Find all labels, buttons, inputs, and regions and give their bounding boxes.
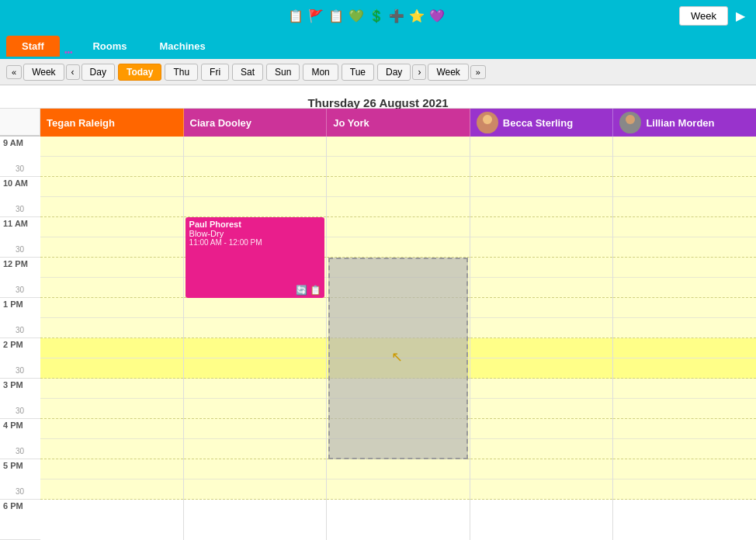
slot-col-lillian-10[interactable] [613,338,756,358]
double-next-button[interactable]: » [470,65,486,79]
slot-col-lillian-5[interactable] [613,237,756,258]
sat-button[interactable]: Sat [232,64,263,81]
slot-col-lillian-9[interactable] [613,318,756,338]
slot-col-tegan-7[interactable] [40,278,183,298]
ciara-col[interactable]: Paul Phorest Blow-Dry 11:00 AM - 12:00 P… [184,137,328,540]
plus-icon[interactable]: ➕ [389,9,404,23]
slot-col-lillian-8[interactable] [613,298,756,318]
slot-col-ciara-8[interactable] [184,298,327,318]
slot-col-lillian-3[interactable] [613,197,756,217]
slot-col-tegan-5[interactable] [40,237,183,258]
slot-col-becca-15[interactable] [470,439,613,459]
slot-col-lillian-13[interactable] [613,399,756,419]
slot-col-tegan-9[interactable] [40,318,183,338]
slot-col-tegan-8[interactable] [40,298,183,318]
slot-col-jo-2[interactable] [327,177,470,197]
slot-col-lillian-17[interactable] [613,479,756,500]
slot-col-lillian-12[interactable] [613,379,756,399]
slot-col-ciara-1[interactable] [184,157,327,177]
slot-col-ciara-13[interactable] [184,399,327,419]
slot-col-becca-6[interactable] [470,258,613,278]
slot-col-becca-3[interactable] [470,197,613,217]
slot-col-ciara-11[interactable] [184,358,327,379]
expand-button[interactable]: ▶ [731,7,750,25]
slot-col-jo-4[interactable] [327,217,470,237]
slot-col-tegan-4[interactable] [40,217,183,237]
next-button[interactable]: › [412,64,426,80]
double-prev-button[interactable]: « [6,65,22,79]
clipboard-icon[interactable]: 📋 [288,9,303,23]
mon-button[interactable]: Mon [303,64,338,81]
slot-col-becca-8[interactable] [470,298,613,318]
slot-col-tegan-3[interactable] [40,197,183,217]
slot-col-lillian-0[interactable] [613,137,756,157]
slot-col-lillian-16[interactable] [613,459,756,479]
slot-col-ciara-17[interactable] [184,479,327,500]
tab-staff[interactable]: Staff [6,36,60,57]
slot-col-becca-11[interactable] [470,358,613,379]
slot-col-becca-2[interactable] [470,177,613,197]
slot-col-jo-1[interactable] [327,157,470,177]
checklist-icon[interactable]: 📋 [328,9,344,23]
jo-col[interactable]: ↖ [327,137,470,540]
thu-button[interactable]: Thu [165,64,198,81]
slot-col-lillian-2[interactable] [613,177,756,197]
slot-col-lillian-15[interactable] [613,439,756,459]
week-nav2-label[interactable]: Week [428,64,468,81]
tab-rooms[interactable]: Rooms [77,36,142,57]
slot-col-becca-9[interactable] [470,318,613,338]
tab-machines[interactable]: Machines [144,36,220,57]
slot-col-lillian-14[interactable] [613,419,756,439]
flag-icon[interactable]: 🚩 [308,9,324,23]
slot-col-becca-4[interactable] [470,217,613,237]
slot-col-tegan-16[interactable] [40,459,183,479]
slot-col-tegan-10[interactable] [40,338,183,358]
slot-col-tegan-17[interactable] [40,479,183,500]
slot-col-becca-13[interactable] [470,399,613,419]
star-icon[interactable]: ⭐ [409,9,425,23]
heart2-icon[interactable]: 💜 [429,9,445,23]
slot-col-tegan-6[interactable] [40,258,183,278]
slot-col-jo-0[interactable] [327,137,470,157]
day-nav-label[interactable]: Day [81,64,115,81]
today-button[interactable]: Today [118,64,161,81]
slot-col-tegan-1[interactable] [40,157,183,177]
slot-col-lillian-4[interactable] [613,217,756,237]
slot-col-lillian-11[interactable] [613,358,756,379]
slot-col-tegan-12[interactable] [40,379,183,399]
slot-col-becca-1[interactable] [470,157,613,177]
slot-col-ciara-2[interactable] [184,177,327,197]
sun-button[interactable]: Sun [266,64,300,81]
slot-col-ciara-9[interactable] [184,318,327,338]
day-nav2-label[interactable]: Day [377,64,411,81]
selected-area[interactable]: ↖ [328,258,468,459]
appointment-paul[interactable]: Paul Phorest Blow-Dry 11:00 AM - 12:00 P… [186,217,325,298]
fri-button[interactable]: Fri [201,64,229,81]
week-view-button[interactable]: Week [679,6,728,26]
slot-col-becca-14[interactable] [470,419,613,439]
slot-col-jo-5[interactable] [327,237,470,258]
slot-col-tegan-2[interactable] [40,177,183,197]
slot-col-ciara-3[interactable] [184,197,327,217]
slot-col-tegan-13[interactable] [40,399,183,419]
tue-button[interactable]: Tue [342,64,374,81]
slot-col-ciara-15[interactable] [184,439,327,459]
slot-col-ciara-0[interactable] [184,137,327,157]
slot-col-becca-5[interactable] [470,237,613,258]
slot-col-jo-3[interactable] [327,197,470,217]
slot-col-lillian-7[interactable] [613,278,756,298]
refresh-icon[interactable]: 🔄 [296,285,307,296]
dollar-icon[interactable]: 💲 [369,9,384,23]
slot-col-becca-17[interactable] [470,479,613,500]
slot-col-ciara-16[interactable] [184,459,327,479]
slot-col-ciara-14[interactable] [184,419,327,439]
heart-icon[interactable]: 💚 [349,9,364,23]
slot-col-jo-16[interactable] [327,459,470,479]
slot-col-becca-7[interactable] [470,278,613,298]
slot-col-tegan-14[interactable] [40,419,183,439]
calendar-wrapper[interactable]: 9 AM 30 10 AM 30 11 AM 30 12 PM 30 [0,109,756,540]
slot-col-becca-10[interactable] [470,338,613,358]
slot-col-becca-12[interactable] [470,379,613,399]
becca-col[interactable] [470,137,614,540]
slot-col-lillian-6[interactable] [613,258,756,278]
